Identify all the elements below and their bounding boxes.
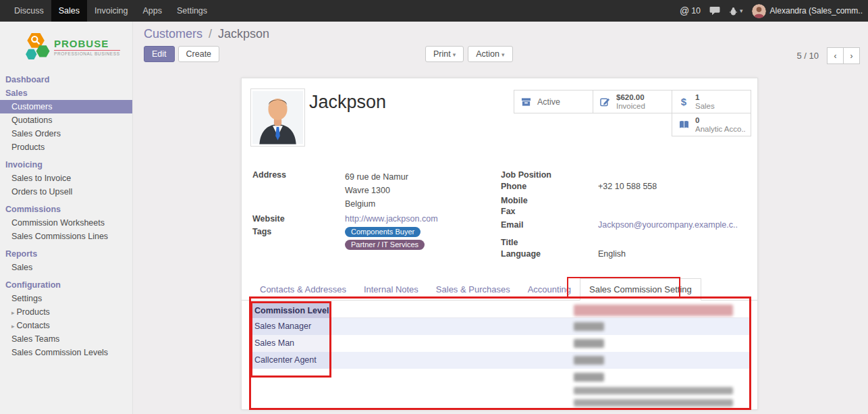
tab-sales-commission-setting[interactable]: Sales Commission Setting xyxy=(580,278,701,301)
sidebar-item-commission-worksheets[interactable]: Commission Worksheets xyxy=(0,216,132,230)
email-value[interactable]: Jackpson@yourcompany.example.c.. xyxy=(598,220,747,230)
table-row-sales-manager[interactable]: Sales Manager xyxy=(251,318,751,335)
tag-partner-it-services[interactable]: Partner / IT Services xyxy=(345,240,425,250)
sidebar-section-invoicing[interactable]: Invoicing xyxy=(0,158,132,172)
website-link[interactable]: http://www.jackpson.com xyxy=(345,214,438,224)
pager-previous-button[interactable]: ‹ xyxy=(827,47,844,64)
app-menu: Discuss Sales Invoicing Apps Settings xyxy=(7,0,215,22)
action-button[interactable]: Action▾ xyxy=(468,46,512,62)
address-label: Address xyxy=(252,170,345,211)
sidebar-item-sales-commission-levels[interactable]: Sales Commission Levels xyxy=(0,346,132,359)
sidebar-item-sales-to-invoice[interactable]: Sales to Invoice xyxy=(0,172,132,185)
pager-next-button[interactable]: › xyxy=(843,47,860,64)
tab-internal-notes[interactable]: Internal Notes xyxy=(355,279,427,300)
chevron-right-icon: ▸ xyxy=(11,309,15,316)
sidebar-item-sales-teams[interactable]: Sales Teams xyxy=(0,332,132,346)
book-icon xyxy=(678,120,690,129)
at-icon: @ xyxy=(680,5,689,16)
sidebar-item-sales-commissions-lines[interactable]: Sales Commissions Lines xyxy=(0,230,132,243)
column-header-commission-level[interactable]: Commission Level xyxy=(251,303,331,318)
commission-level-cell: Sales Manager xyxy=(254,321,311,331)
menu-apps[interactable]: Apps xyxy=(135,0,169,22)
mobile-value[interactable] xyxy=(598,196,747,206)
sidebar-item-dashboard[interactable]: Dashboard xyxy=(0,73,132,86)
title-label: Title xyxy=(501,238,598,248)
invoiced-stat-button[interactable]: $620.00 Invoiced xyxy=(593,90,672,113)
redacted-value xyxy=(574,356,604,365)
sidebar-item-reports-sales[interactable]: Sales xyxy=(0,261,132,274)
menu-invoicing[interactable]: Invoicing xyxy=(87,0,135,22)
record-title: Jackpson xyxy=(309,92,386,113)
sidebar-section-sales[interactable]: Sales xyxy=(0,86,132,100)
tab-contacts-addresses[interactable]: Contacts & Addresses xyxy=(251,279,355,300)
language-value[interactable]: English xyxy=(598,249,747,259)
print-button[interactable]: Print▾ xyxy=(425,46,464,62)
sidebar-item-label: Contacts xyxy=(17,321,50,330)
redacted-value xyxy=(574,373,604,382)
dollar-icon: $ xyxy=(678,96,690,107)
edit-button[interactable]: Edit xyxy=(144,46,175,62)
menu-discuss[interactable]: Discuss xyxy=(7,0,51,22)
invoiced-amount: $620.00 xyxy=(616,93,645,102)
mentions-button[interactable]: @ 10 xyxy=(680,5,701,16)
analytic-accounts-stat-button[interactable]: 0 Analytic Acco... xyxy=(672,113,751,136)
address-value[interactable]: 69 rue de Namur Wavre 1300 Belgium xyxy=(345,170,479,211)
website-field: Website http://www.jackpson.com xyxy=(252,214,479,224)
messages-button[interactable] xyxy=(709,6,720,16)
debug-menu-button[interactable]: ▾ xyxy=(729,7,743,16)
tag-components-buyer[interactable]: Components Buyer xyxy=(345,227,421,237)
sidebar-item-products[interactable]: Products xyxy=(0,140,132,154)
table-row-callcenter-agent[interactable]: Callcenter Agent xyxy=(251,352,751,369)
stat-row-2: 0 Analytic Acco... xyxy=(514,113,751,136)
archive-icon xyxy=(520,97,532,107)
sidebar-item-config-contacts[interactable]: ▸Contacts xyxy=(0,319,132,332)
phone-value[interactable]: +32 10 588 558 xyxy=(598,182,747,192)
logo-subtitle: PROFESSIONAL BUSINESS xyxy=(54,50,120,56)
menu-sales[interactable]: Sales xyxy=(51,0,87,22)
fax-field: Fax xyxy=(501,207,747,217)
user-avatar xyxy=(752,4,766,18)
active-stat-button[interactable]: Active xyxy=(514,90,593,113)
stat-row-1: Active $620.00 Invoiced $ xyxy=(514,90,751,113)
sales-label: Sales xyxy=(695,102,715,111)
job-position-value[interactable] xyxy=(598,170,747,180)
breadcrumb-customers-link[interactable]: Customers xyxy=(144,27,202,41)
sidebar-item-config-products[interactable]: ▸Products xyxy=(0,305,132,319)
table-row-empty[interactable] xyxy=(251,369,751,386)
sidebar-item-quotations[interactable]: Quotations xyxy=(0,113,132,127)
sales-count: 1 xyxy=(695,93,715,102)
action-label: Action xyxy=(476,49,499,59)
table-footer-row xyxy=(251,386,751,396)
email-label: Email xyxy=(501,220,598,230)
stat-buttons: Active $620.00 Invoiced $ xyxy=(514,90,751,136)
top-navbar: Discuss Sales Invoicing Apps Settings @ … xyxy=(0,0,868,22)
tab-accounting[interactable]: Accounting xyxy=(519,279,580,300)
user-menu[interactable]: Alexandra (Sales_comm.. xyxy=(752,4,863,18)
title-field: Title xyxy=(501,238,747,248)
sidebar-item-sales-orders[interactable]: Sales Orders xyxy=(0,127,132,140)
fax-value[interactable] xyxy=(598,207,747,217)
menu-settings[interactable]: Settings xyxy=(169,0,215,22)
sidebar-item-config-settings[interactable]: Settings xyxy=(0,292,132,305)
chat-bubble-icon xyxy=(709,6,720,16)
redacted-column-header xyxy=(574,305,733,316)
tab-sales-purchases[interactable]: Sales & Purchases xyxy=(427,279,519,300)
redacted-footer-value xyxy=(574,399,733,407)
customer-photo[interactable] xyxy=(250,88,305,147)
mobile-label: Mobile xyxy=(501,196,598,206)
commission-level-table: Commission Level Sales Manager Sales Man… xyxy=(251,303,751,408)
create-button[interactable]: Create xyxy=(178,46,220,62)
invoiced-label: Invoiced xyxy=(616,102,645,111)
title-value[interactable] xyxy=(598,238,747,248)
sidebar-item-orders-to-upsell[interactable]: Orders to Upsell xyxy=(0,185,132,199)
sidebar-section-reports[interactable]: Reports xyxy=(0,247,132,261)
redacted-value xyxy=(574,339,604,348)
sidebar-item-customers[interactable]: Customers xyxy=(0,100,132,113)
chevron-right-icon: ▸ xyxy=(11,323,15,330)
sidebar-section-commissions[interactable]: Commissions xyxy=(0,203,132,216)
table-row-sales-man[interactable]: Sales Man xyxy=(251,335,751,352)
job-position-field: Job Position xyxy=(501,170,747,180)
language-label: Language xyxy=(501,249,598,259)
sidebar-section-configuration[interactable]: Configuration xyxy=(0,278,132,292)
sales-stat-button[interactable]: $ 1 Sales xyxy=(672,90,751,113)
